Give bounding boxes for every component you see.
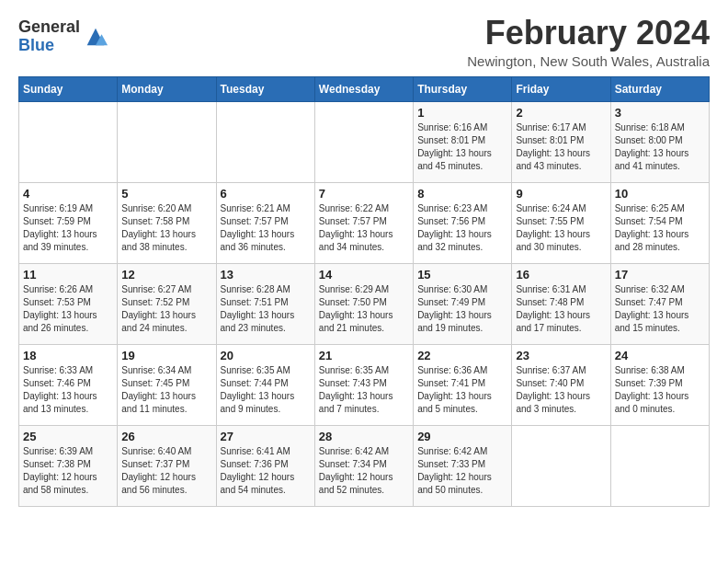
week-row-3: 11Sunrise: 6:26 AM Sunset: 7:53 PM Dayli… bbox=[19, 263, 710, 344]
day-number: 16 bbox=[516, 268, 606, 282]
day-info: Sunrise: 6:35 AM Sunset: 7:43 PM Dayligh… bbox=[319, 364, 409, 416]
day-info: Sunrise: 6:38 AM Sunset: 7:39 PM Dayligh… bbox=[615, 364, 705, 416]
day-cell bbox=[314, 101, 413, 182]
header-cell-wednesday: Wednesday bbox=[314, 76, 413, 101]
day-number: 17 bbox=[615, 268, 705, 282]
header-cell-saturday: Saturday bbox=[610, 76, 709, 101]
day-number: 15 bbox=[417, 268, 507, 282]
day-cell: 12Sunrise: 6:27 AM Sunset: 7:52 PM Dayli… bbox=[118, 263, 216, 344]
day-cell bbox=[512, 425, 610, 506]
day-cell: 14Sunrise: 6:29 AM Sunset: 7:50 PM Dayli… bbox=[314, 263, 413, 344]
header-cell-tuesday: Tuesday bbox=[216, 76, 314, 101]
day-info: Sunrise: 6:25 AM Sunset: 7:54 PM Dayligh… bbox=[615, 202, 705, 254]
day-cell: 5Sunrise: 6:20 AM Sunset: 7:58 PM Daylig… bbox=[118, 182, 216, 263]
day-number: 4 bbox=[23, 187, 113, 201]
day-info: Sunrise: 6:17 AM Sunset: 8:01 PM Dayligh… bbox=[516, 121, 606, 173]
header-cell-sunday: Sunday bbox=[19, 76, 118, 101]
day-cell bbox=[610, 425, 709, 506]
day-cell: 19Sunrise: 6:34 AM Sunset: 7:45 PM Dayli… bbox=[118, 344, 216, 425]
week-row-2: 4Sunrise: 6:19 AM Sunset: 7:59 PM Daylig… bbox=[19, 182, 710, 263]
day-info: Sunrise: 6:40 AM Sunset: 7:37 PM Dayligh… bbox=[121, 445, 211, 497]
day-number: 18 bbox=[23, 349, 113, 362]
day-number: 6 bbox=[221, 187, 311, 201]
day-cell: 4Sunrise: 6:19 AM Sunset: 7:59 PM Daylig… bbox=[19, 182, 118, 263]
day-number: 11 bbox=[23, 268, 113, 282]
logo-blue: Blue bbox=[18, 36, 54, 54]
header-cell-friday: Friday bbox=[512, 76, 610, 101]
day-number: 25 bbox=[23, 430, 113, 443]
day-info: Sunrise: 6:35 AM Sunset: 7:44 PM Dayligh… bbox=[221, 364, 311, 416]
logo-icon bbox=[83, 24, 108, 50]
day-cell: 24Sunrise: 6:38 AM Sunset: 7:39 PM Dayli… bbox=[610, 344, 709, 425]
logo: General Blue bbox=[18, 18, 108, 55]
day-number: 26 bbox=[121, 430, 211, 443]
day-number: 1 bbox=[417, 106, 507, 120]
day-cell: 22Sunrise: 6:36 AM Sunset: 7:41 PM Dayli… bbox=[414, 344, 512, 425]
subtitle: Newington, New South Wales, Australia bbox=[467, 53, 710, 69]
day-cell: 3Sunrise: 6:18 AM Sunset: 8:00 PM Daylig… bbox=[610, 101, 709, 182]
calendar-header-row: SundayMondayTuesdayWednesdayThursdayFrid… bbox=[19, 76, 710, 101]
day-number: 3 bbox=[615, 106, 705, 120]
day-cell: 13Sunrise: 6:28 AM Sunset: 7:51 PM Dayli… bbox=[216, 263, 314, 344]
day-cell: 7Sunrise: 6:22 AM Sunset: 7:57 PM Daylig… bbox=[314, 182, 413, 263]
day-info: Sunrise: 6:26 AM Sunset: 7:53 PM Dayligh… bbox=[23, 283, 113, 335]
header-cell-thursday: Thursday bbox=[414, 76, 512, 101]
day-number: 10 bbox=[615, 187, 705, 201]
day-cell: 1Sunrise: 6:16 AM Sunset: 8:01 PM Daylig… bbox=[414, 101, 512, 182]
day-number: 21 bbox=[319, 349, 409, 362]
day-cell: 11Sunrise: 6:26 AM Sunset: 7:53 PM Dayli… bbox=[19, 263, 118, 344]
day-cell: 9Sunrise: 6:24 AM Sunset: 7:55 PM Daylig… bbox=[512, 182, 610, 263]
day-cell: 17Sunrise: 6:32 AM Sunset: 7:47 PM Dayli… bbox=[610, 263, 709, 344]
day-info: Sunrise: 6:34 AM Sunset: 7:45 PM Dayligh… bbox=[121, 364, 211, 416]
day-cell bbox=[19, 101, 118, 182]
day-number: 20 bbox=[221, 349, 311, 362]
day-info: Sunrise: 6:36 AM Sunset: 7:41 PM Dayligh… bbox=[417, 364, 507, 416]
day-cell: 8Sunrise: 6:23 AM Sunset: 7:56 PM Daylig… bbox=[414, 182, 512, 263]
day-cell: 10Sunrise: 6:25 AM Sunset: 7:54 PM Dayli… bbox=[610, 182, 709, 263]
logo-general: General bbox=[18, 17, 80, 36]
header-area: General Blue February 2024 Newington, Ne… bbox=[18, 15, 710, 69]
week-row-4: 18Sunrise: 6:33 AM Sunset: 7:46 PM Dayli… bbox=[19, 344, 710, 425]
day-number: 9 bbox=[516, 187, 606, 201]
week-row-1: 1Sunrise: 6:16 AM Sunset: 8:01 PM Daylig… bbox=[19, 101, 710, 182]
day-number: 14 bbox=[319, 268, 409, 282]
day-info: Sunrise: 6:33 AM Sunset: 7:46 PM Dayligh… bbox=[23, 364, 113, 416]
day-info: Sunrise: 6:18 AM Sunset: 8:00 PM Dayligh… bbox=[615, 121, 705, 173]
day-number: 12 bbox=[121, 268, 211, 282]
day-number: 27 bbox=[221, 430, 311, 443]
day-cell: 20Sunrise: 6:35 AM Sunset: 7:44 PM Dayli… bbox=[216, 344, 314, 425]
day-cell bbox=[216, 101, 314, 182]
day-number: 24 bbox=[615, 349, 705, 362]
week-row-5: 25Sunrise: 6:39 AM Sunset: 7:38 PM Dayli… bbox=[19, 425, 710, 506]
day-info: Sunrise: 6:19 AM Sunset: 7:59 PM Dayligh… bbox=[23, 202, 113, 254]
day-info: Sunrise: 6:28 AM Sunset: 7:51 PM Dayligh… bbox=[221, 283, 311, 335]
day-cell: 18Sunrise: 6:33 AM Sunset: 7:46 PM Dayli… bbox=[19, 344, 118, 425]
day-info: Sunrise: 6:20 AM Sunset: 7:58 PM Dayligh… bbox=[121, 202, 211, 254]
day-number: 19 bbox=[121, 349, 211, 362]
calendar-table: SundayMondayTuesdayWednesdayThursdayFrid… bbox=[18, 76, 710, 507]
day-number: 23 bbox=[516, 349, 606, 362]
day-info: Sunrise: 6:32 AM Sunset: 7:47 PM Dayligh… bbox=[615, 283, 705, 335]
day-info: Sunrise: 6:42 AM Sunset: 7:34 PM Dayligh… bbox=[319, 445, 409, 497]
day-info: Sunrise: 6:39 AM Sunset: 7:38 PM Dayligh… bbox=[23, 445, 113, 497]
day-cell: 21Sunrise: 6:35 AM Sunset: 7:43 PM Dayli… bbox=[314, 344, 413, 425]
day-cell: 29Sunrise: 6:42 AM Sunset: 7:33 PM Dayli… bbox=[414, 425, 512, 506]
day-info: Sunrise: 6:16 AM Sunset: 8:01 PM Dayligh… bbox=[417, 121, 507, 173]
day-info: Sunrise: 6:31 AM Sunset: 7:48 PM Dayligh… bbox=[516, 283, 606, 335]
day-info: Sunrise: 6:29 AM Sunset: 7:50 PM Dayligh… bbox=[319, 283, 409, 335]
day-info: Sunrise: 6:21 AM Sunset: 7:57 PM Dayligh… bbox=[221, 202, 311, 254]
header-cell-monday: Monday bbox=[118, 76, 216, 101]
day-info: Sunrise: 6:27 AM Sunset: 7:52 PM Dayligh… bbox=[121, 283, 211, 335]
day-cell: 28Sunrise: 6:42 AM Sunset: 7:34 PM Dayli… bbox=[314, 425, 413, 506]
day-number: 2 bbox=[516, 106, 606, 120]
title-block: February 2024 Newington, New South Wales… bbox=[467, 15, 710, 69]
day-cell: 15Sunrise: 6:30 AM Sunset: 7:49 PM Dayli… bbox=[414, 263, 512, 344]
day-info: Sunrise: 6:30 AM Sunset: 7:49 PM Dayligh… bbox=[417, 283, 507, 335]
day-number: 5 bbox=[121, 187, 211, 201]
day-cell: 6Sunrise: 6:21 AM Sunset: 7:57 PM Daylig… bbox=[216, 182, 314, 263]
day-number: 8 bbox=[417, 187, 507, 201]
day-cell: 16Sunrise: 6:31 AM Sunset: 7:48 PM Dayli… bbox=[512, 263, 610, 344]
day-cell: 26Sunrise: 6:40 AM Sunset: 7:37 PM Dayli… bbox=[118, 425, 216, 506]
day-number: 28 bbox=[319, 430, 409, 443]
day-number: 29 bbox=[417, 430, 507, 443]
